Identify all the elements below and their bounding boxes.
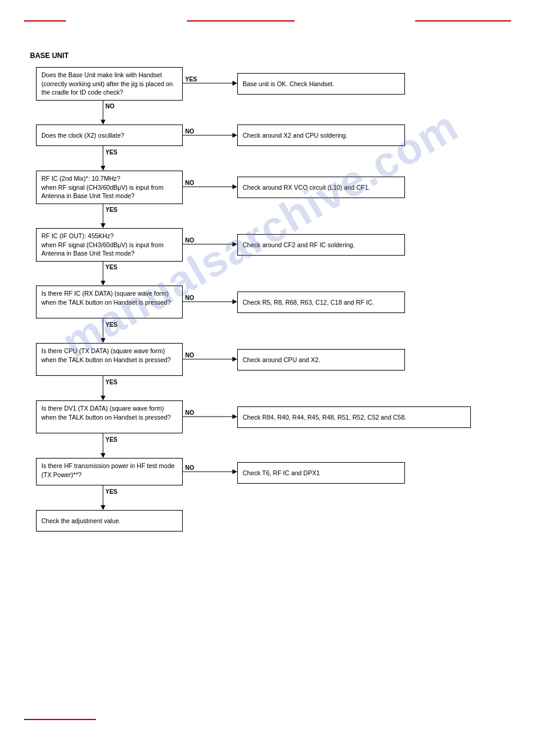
svg-marker-9 [101,166,105,171]
no-label-4: NO [185,237,194,244]
svg-marker-4 [101,120,105,125]
decision-q4: RF IC (IF OUT): 455KHz?when RF signal (C… [36,228,183,262]
header-left-line [24,20,66,22]
no-label-2: NO [185,128,194,135]
yes-label-5: YES [105,321,117,328]
yes-label-1: YES [185,76,197,83]
yes-label-7: YES [105,436,117,443]
result-r3-text: Check around RX VCO circuit (L10) and CF… [243,183,370,192]
no-label-5: NO [185,294,194,301]
result-r6: Check around CPU and X2. [237,349,405,371]
section-title: BASE UNIT [30,51,505,60]
result-r2-text: Check around X2 and CPU soldering. [243,131,347,140]
yes-label-4: YES [105,264,117,271]
svg-marker-34 [101,453,105,458]
page: manualsarchive.com BASE UNIT YES [0,0,535,756]
decision-q6: Is there CPU (TX DATA) (square wave form… [36,343,183,376]
svg-marker-14 [101,223,105,228]
yes-label-2: YES [105,149,117,156]
decision-q4-text: RF IC (IF OUT): 455KHz?when RF signal (C… [41,232,164,257]
no-label-3: NO [185,180,194,186]
result-r1-text: Base unit is OK. Check Handset. [243,80,334,89]
result-r3: Check around RX VCO circuit (L10) and CF… [237,177,405,198]
svg-marker-31 [232,414,237,419]
footer [24,716,96,720]
decision-q8: Is there HF transmission power in HF tes… [36,458,183,485]
svg-marker-36 [232,469,237,474]
svg-marker-21 [232,299,237,304]
result-r4: Check around CF2 and RF IC soldering. [237,234,405,256]
yes-label-3: YES [105,207,117,213]
final-text: Check the adjustment value. [41,517,121,526]
decision-q6-text: Is there CPU (TX DATA) (square wave form… [41,347,171,363]
decision-q1: Does the Base Unit make link with Handse… [36,67,183,101]
svg-marker-26 [232,357,237,362]
result-r8: Check T6, RF IC and DPX1 [237,462,405,484]
no-label-7: NO [185,409,194,416]
result-r2: Check around X2 and CPU soldering. [237,125,405,146]
svg-marker-24 [101,338,105,343]
result-r6-text: Check around CPU and X2. [243,356,321,365]
result-r1: Base unit is OK. Check Handset. [237,73,405,95]
decision-q5-text: Is there RF IC (RX DATA) (square wave fo… [41,290,171,306]
svg-marker-19 [101,281,105,286]
header-center [187,18,295,22]
svg-marker-11 [232,184,237,189]
decision-q8-text: Is there HF transmission power in HF tes… [41,462,174,478]
result-r5: Check R5, R8, R68, R63, C12, C18 and RF … [237,292,405,313]
header-right [415,18,511,22]
result-r4-text: Check around CF2 and RF IC soldering. [243,241,355,250]
header-right-line [415,20,511,22]
no-label-6: NO [185,352,194,359]
header-left [24,18,66,22]
yes-label-8: YES [105,488,117,495]
svg-marker-6 [232,133,237,138]
final-box: Check the adjustment value. [36,510,183,532]
svg-marker-1 [232,81,237,86]
decision-q5: Is there RF IC (RX DATA) (square wave fo… [36,286,183,318]
no-label-8: NO [185,464,194,471]
header [24,12,511,22]
svg-marker-16 [232,242,237,247]
decision-q2: Does the clock (X2) oscillate? [36,125,183,146]
decision-q2-text: Does the clock (X2) oscillate? [41,131,124,140]
no-label-1: NO [105,103,114,110]
flowchart-container: BASE UNIT YES NO [24,40,511,582]
yes-label-6: YES [105,379,117,385]
svg-marker-29 [101,396,105,400]
decision-q3-text: RF IC (2nd Mix)*: 10.7MHz?when RF signal… [41,175,164,199]
svg-marker-39 [101,505,105,510]
decision-q3: RF IC (2nd Mix)*: 10.7MHz?when RF signal… [36,171,183,204]
result-r7: Check R84, R40, R44, R45, R48, R51, R52,… [237,406,471,428]
header-center-line [187,20,295,22]
result-r5-text: Check R5, R8, R68, R63, C12, C18 and RF … [243,298,374,307]
result-r7-text: Check R84, R40, R44, R45, R48, R51, R52,… [243,413,406,422]
decision-q1-text: Does the Base Unit make link with Handse… [41,71,173,96]
footer-line [24,719,96,720]
decision-q7: Is there DV1 (TX DATA) (square wave form… [36,400,183,433]
result-r8-text: Check T6, RF IC and DPX1 [243,469,320,478]
decision-q7-text: Is there DV1 (TX DATA) (square wave form… [41,405,171,421]
